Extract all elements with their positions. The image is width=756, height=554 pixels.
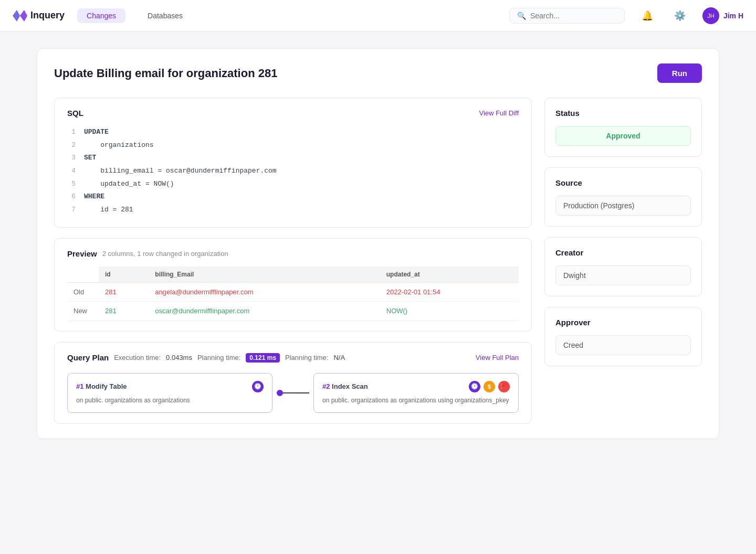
planning1-label: Planning time: bbox=[197, 354, 240, 361]
code-line: 1 UPDATE bbox=[67, 126, 519, 139]
flag-icon: 🚩 bbox=[498, 381, 510, 392]
node2-num: #2 bbox=[322, 382, 332, 390]
node1-desc: on public. organizations as organization… bbox=[76, 396, 264, 405]
svg-marker-1 bbox=[20, 10, 27, 22]
approver-card: Approver Creed bbox=[544, 307, 702, 366]
approver-value: Creed bbox=[555, 335, 691, 355]
left-column: SQL View Full Diff 1 UPDATE 2 organizati… bbox=[54, 98, 532, 424]
clock-icon-1: 🕐 bbox=[252, 381, 264, 392]
source-card: Source Production (Postgres) bbox=[544, 167, 702, 227]
user-name: Jim H bbox=[723, 12, 743, 20]
bell-icon: 🔔 bbox=[642, 10, 653, 21]
node2-desc: on public. organizations as organization… bbox=[322, 396, 510, 405]
preview-title: Preview bbox=[67, 249, 97, 258]
node2-title: Index Scan bbox=[332, 382, 368, 390]
right-column: Status Approved Source Production (Postg… bbox=[544, 98, 702, 424]
view-full-diff-btn[interactable]: View Full Diff bbox=[479, 109, 519, 117]
code-line: 6 WHERE bbox=[67, 190, 519, 204]
approver-title: Approver bbox=[555, 318, 691, 327]
new-label: New bbox=[67, 301, 99, 320]
settings-btn[interactable]: ⚙️ bbox=[670, 8, 690, 24]
search-icon: 🔍 bbox=[517, 12, 526, 20]
planning2-val: N/A bbox=[333, 354, 345, 361]
node1-num: #1 bbox=[76, 382, 86, 390]
code-line: 5 updated_at = NOW() bbox=[67, 178, 519, 191]
table-header-row: id billing_Email updated_at bbox=[67, 267, 519, 283]
sql-header: SQL View Full Diff bbox=[67, 109, 519, 118]
code-block: 1 UPDATE 2 organizations 3 SET 4 bbox=[67, 126, 519, 217]
new-billing-email: oscar@dundermifflinpaper.com bbox=[149, 301, 380, 320]
gear-icon: ⚙️ bbox=[674, 10, 686, 21]
content-layout: SQL View Full Diff 1 UPDATE 2 organizati… bbox=[54, 98, 702, 424]
plan-node-1: #1 Modify Table 🕐 on public. organizatio… bbox=[67, 373, 272, 413]
source-value: Production (Postgres) bbox=[555, 196, 691, 216]
execution-val: 0.043ms bbox=[166, 354, 192, 361]
user-menu[interactable]: JH Jim H bbox=[702, 7, 743, 24]
sql-title: SQL bbox=[67, 109, 83, 118]
query-plan-section: Query Plan Execution time: 0.043ms Plann… bbox=[54, 342, 532, 424]
status-value: Approved bbox=[555, 126, 691, 146]
old-id: 281 bbox=[99, 282, 149, 301]
creator-value: Dwight bbox=[555, 265, 691, 285]
dollar-icon: $ bbox=[484, 381, 495, 392]
new-updated-at: NOW() bbox=[380, 301, 519, 320]
plan-nodes: #1 Modify Table 🕐 on public. organizatio… bbox=[67, 373, 519, 413]
sql-section: SQL View Full Diff 1 UPDATE 2 organizati… bbox=[54, 98, 532, 228]
view-full-plan-btn[interactable]: View Full Plan bbox=[476, 354, 519, 361]
run-button[interactable]: Run bbox=[657, 63, 702, 83]
code-line: 3 SET bbox=[67, 152, 519, 165]
page-title: Update Billing email for organization 28… bbox=[54, 67, 277, 80]
table-row: New 281 oscar@dundermifflinpaper.com NOW… bbox=[67, 301, 519, 320]
col-billing-email: billing_Email bbox=[149, 267, 380, 283]
logo-icon bbox=[13, 10, 27, 22]
avatar: JH bbox=[702, 7, 719, 24]
logo-text: Inquery bbox=[30, 10, 65, 21]
code-line: 7 id = 281 bbox=[67, 204, 519, 217]
table-row: Old 281 angela@dundermifflinpaper.com 20… bbox=[67, 282, 519, 301]
plan-node-2: #2 Index Scan 🕐 $ 🚩 on public. organizat… bbox=[313, 373, 519, 413]
databases-nav-btn[interactable]: Databases bbox=[138, 8, 192, 23]
search-box[interactable]: 🔍 bbox=[509, 8, 625, 24]
diff-table: id billing_Email updated_at Old 281 ange… bbox=[67, 267, 519, 321]
node1-title: Modify Table bbox=[86, 382, 127, 390]
plan-connector bbox=[272, 390, 313, 396]
status-title: Status bbox=[555, 109, 691, 118]
planning1-val: 0.121 ms bbox=[246, 353, 280, 363]
preview-subtitle: 2 columns, 1 row changed in organization bbox=[102, 250, 228, 258]
new-id: 281 bbox=[99, 301, 149, 320]
qp-title: Query Plan bbox=[67, 353, 109, 362]
preview-section: Preview 2 columns, 1 row changed in orga… bbox=[54, 238, 532, 332]
old-label: Old bbox=[67, 282, 99, 301]
preview-header: Preview 2 columns, 1 row changed in orga… bbox=[67, 249, 519, 258]
execution-label: Execution time: bbox=[114, 354, 161, 361]
col-updated-at: updated_at bbox=[380, 267, 519, 283]
planning2-label: Planning time: bbox=[285, 354, 328, 361]
creator-card: Creator Dwight bbox=[544, 237, 702, 296]
main-content: Update Billing email for organization 28… bbox=[16, 31, 740, 456]
changes-nav-btn[interactable]: Changes bbox=[77, 8, 125, 23]
col-id: id bbox=[99, 267, 149, 283]
source-title: Source bbox=[555, 178, 691, 187]
search-input[interactable] bbox=[530, 12, 614, 20]
old-billing-email: angela@dundermifflinpaper.com bbox=[149, 282, 380, 301]
page-header: Update Billing email for organization 28… bbox=[54, 63, 702, 83]
code-line: 2 organizations bbox=[67, 139, 519, 152]
clock-icon-2: 🕐 bbox=[469, 381, 480, 392]
page-card: Update Billing email for organization 28… bbox=[37, 48, 719, 439]
logo: Inquery bbox=[13, 10, 65, 22]
old-updated-at: 2022-02-01 01:54 bbox=[380, 282, 519, 301]
qp-header: Query Plan Execution time: 0.043ms Plann… bbox=[67, 353, 519, 363]
notifications-btn[interactable]: 🔔 bbox=[637, 8, 657, 24]
status-card: Status Approved bbox=[544, 98, 702, 157]
code-line: 4 billing_email = oscar@dundermiffinpape… bbox=[67, 165, 519, 178]
svg-marker-0 bbox=[13, 10, 20, 22]
navbar: Inquery Changes Databases 🔍 🔔 ⚙️ JH Jim … bbox=[0, 0, 756, 31]
creator-title: Creator bbox=[555, 248, 691, 257]
